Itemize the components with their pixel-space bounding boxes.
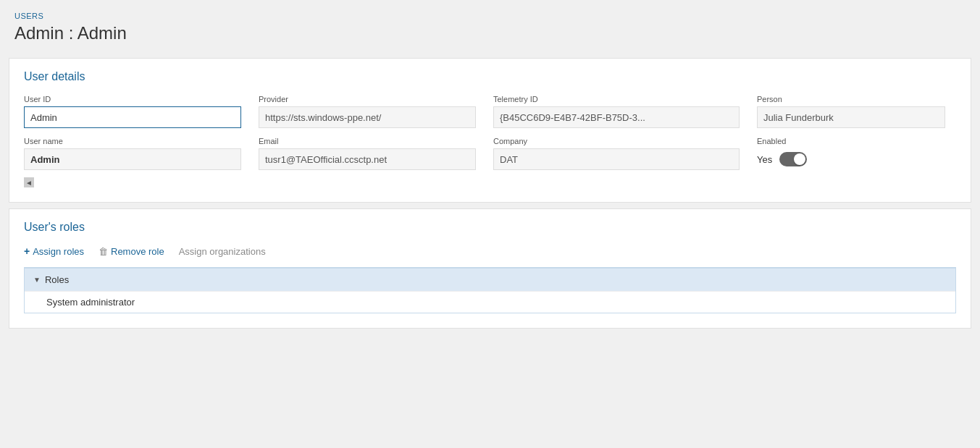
remove-role-button[interactable]: 🗑 Remove role xyxy=(99,246,164,257)
email-label: Email xyxy=(259,137,476,145)
users-roles-title: User's roles xyxy=(24,221,956,234)
person-label: Person xyxy=(757,95,945,103)
user-details-form: User ID Provider Telemetry ID Person Use… xyxy=(24,95,956,170)
system-admin-label: System administrator xyxy=(46,297,135,308)
roles-group-row: ▼ Roles xyxy=(25,268,955,291)
company-label: Company xyxy=(493,137,740,145)
enabled-value-row: Yes xyxy=(757,148,945,170)
user-id-label: User ID xyxy=(24,95,241,103)
scroll-hint: ◄ xyxy=(24,177,956,187)
user-name-group: User name xyxy=(24,137,241,170)
plus-icon: + xyxy=(24,245,30,257)
assign-roles-label: Assign roles xyxy=(33,246,84,257)
assign-roles-button[interactable]: + Assign roles xyxy=(24,245,84,257)
telemetry-id-group: Telemetry ID xyxy=(493,95,740,128)
assign-organizations-label: Assign organizations xyxy=(179,246,266,257)
company-input[interactable] xyxy=(493,148,740,170)
person-group: Person xyxy=(757,95,945,128)
trash-icon: 🗑 xyxy=(99,246,108,257)
toggle-knob xyxy=(794,153,805,165)
provider-group: Provider xyxy=(259,95,476,128)
scroll-left-arrow[interactable]: ◄ xyxy=(24,177,34,187)
provider-input[interactable] xyxy=(259,106,476,128)
user-id-input[interactable] xyxy=(24,106,241,128)
enabled-group: Enabled Yes xyxy=(757,137,945,170)
user-id-group: User ID xyxy=(24,95,241,128)
enabled-toggle[interactable] xyxy=(779,152,807,166)
email-group: Email xyxy=(259,137,476,170)
email-input[interactable] xyxy=(259,148,476,170)
company-group: Company xyxy=(493,137,740,170)
triangle-down-icon: ▼ xyxy=(33,276,41,284)
user-details-title: User details xyxy=(24,70,956,83)
telemetry-id-label: Telemetry ID xyxy=(493,95,740,103)
person-input[interactable] xyxy=(757,106,945,128)
enabled-label: Enabled xyxy=(757,137,945,145)
remove-role-label: Remove role xyxy=(111,246,164,257)
user-name-label: User name xyxy=(24,137,241,145)
enabled-yes-text: Yes xyxy=(757,154,772,165)
roles-data-row: System administrator xyxy=(25,291,955,313)
users-roles-card: User's roles + Assign roles 🗑 Remove rol… xyxy=(9,208,971,329)
assign-organizations-button[interactable]: Assign organizations xyxy=(179,246,266,257)
roles-group-label: Roles xyxy=(45,274,69,285)
telemetry-id-input[interactable] xyxy=(493,106,740,128)
roles-toolbar: + Assign roles 🗑 Remove role Assign orga… xyxy=(24,245,956,257)
provider-label: Provider xyxy=(259,95,476,103)
page-title: Admin : Admin xyxy=(14,23,966,43)
page-container: USERS Admin : Admin User details User ID… xyxy=(0,0,980,448)
page-header: USERS Admin : Admin xyxy=(0,0,980,52)
breadcrumb: USERS xyxy=(14,12,966,20)
user-details-card: User details User ID Provider Telemetry … xyxy=(9,58,971,203)
roles-table: ▼ Roles System administrator xyxy=(24,267,956,313)
user-name-input[interactable] xyxy=(24,148,241,170)
